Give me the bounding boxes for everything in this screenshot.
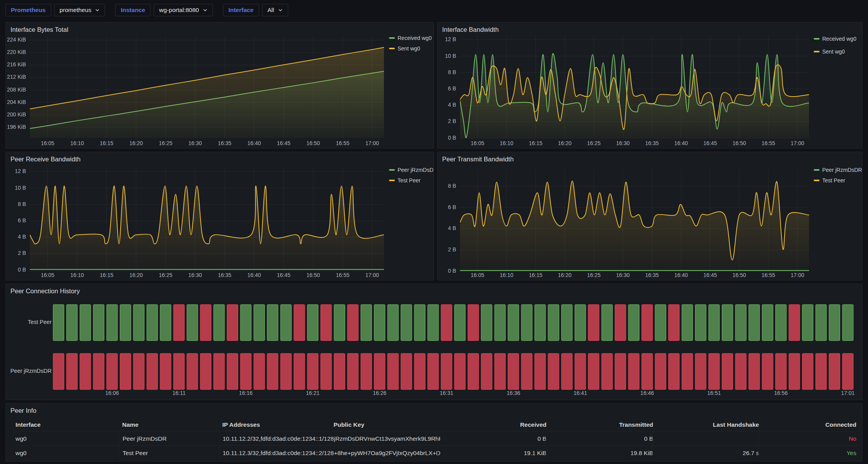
- legend-swatch: [814, 51, 820, 52]
- legend-item-test-peer[interactable]: Test Peer: [814, 177, 845, 184]
- column-header-public-key[interactable]: Public Key: [334, 418, 440, 431]
- x-axis-tick-label: 16:06: [105, 390, 119, 396]
- cell-connected: No: [758, 431, 859, 445]
- status-row-label: Test Peer: [28, 319, 52, 325]
- status-bar-disconnected: [428, 353, 439, 390]
- legend-item-received-wg0[interactable]: Received wg0: [814, 36, 856, 42]
- y-axis-tick-label: 2 B: [18, 250, 26, 256]
- variable-label-instance: Instance: [115, 4, 150, 16]
- x-axis-tick-label: 16:50: [732, 272, 746, 278]
- panel-title[interactable]: Peer Receive Bandwidth: [10, 156, 81, 163]
- status-bar-disconnected: [508, 353, 519, 390]
- x-axis-tick-label: 16:35: [218, 140, 232, 146]
- x-axis-tick-label: 16:55: [761, 140, 775, 146]
- x-axis-tick-label: 16:50: [732, 140, 746, 146]
- peer-info-table: InterfaceNameIP AddressesPublic KeyRecei…: [6, 418, 862, 460]
- status-bar-disconnected: [53, 353, 64, 390]
- legend-swatch: [814, 38, 820, 40]
- status-bar-disconnected: [776, 353, 787, 390]
- legend: Received wg0Sent wg0: [389, 35, 432, 52]
- cell-public-key: jRzmDsDRVnwCt13vsyamXherk9L9RhRc: [330, 431, 440, 445]
- legend-item-test-peer[interactable]: Test Peer: [389, 177, 420, 184]
- variable-value-text: All: [268, 7, 274, 14]
- x-axis-tick-label: 16:30: [188, 140, 202, 146]
- status-row-test-peer: Test Peer: [28, 319, 52, 325]
- variable-value-instance[interactable]: wg-portal:8080: [154, 4, 213, 16]
- status-bar-disconnected: [307, 353, 318, 390]
- chart-canvas: Test PeerPeer jRzmDsDR16:0616:1116:1616:…: [6, 284, 862, 400]
- status-bar-connected: [829, 305, 840, 341]
- panel-title[interactable]: Peer Info: [10, 407, 36, 414]
- x-axis-tick-label: 17:00: [790, 140, 804, 146]
- cell-transmitted: 19.8 KiB: [546, 445, 655, 460]
- legend-swatch: [814, 169, 820, 171]
- y-axis-tick-label: 196 KiB: [7, 124, 26, 130]
- x-axis-tick-label: 16:30: [188, 272, 202, 278]
- x-axis-tick-label: 16:25: [587, 140, 600, 146]
- status-bar-disconnected: [455, 353, 465, 390]
- legend: Received wg0Sent wg0: [814, 36, 856, 55]
- cell-ip-addresses: 10.11.12.2/32,fdfd:d3ad:c0de:1234::1/128: [219, 431, 334, 445]
- status-bar-disconnected: [200, 353, 211, 390]
- legend-item-sent-wg0[interactable]: Sent wg0: [814, 48, 845, 55]
- status-bar-connected: [682, 305, 693, 341]
- y-axis-tick-label: 224 KiB: [7, 36, 26, 43]
- legend-item-received-wg0[interactable]: Received wg0: [389, 35, 432, 41]
- status-bar-disconnected: [294, 305, 305, 341]
- status-bar-disconnected: [642, 353, 653, 390]
- status-bar-disconnected: [481, 353, 492, 390]
- column-header-interface[interactable]: Interface: [16, 418, 122, 431]
- variable-instance: Instance wg-portal:8080: [115, 4, 213, 16]
- panel-title[interactable]: Interface Bandwidth: [442, 26, 499, 33]
- status-bar-disconnected: [802, 353, 813, 390]
- x-axis-tick-label: 16:51: [707, 390, 721, 396]
- status-bar-disconnected: [588, 305, 599, 341]
- legend-item-peer-jrzmdsdr[interactable]: Peer jRzmDsDR: [389, 167, 434, 173]
- legend-label: Test Peer: [822, 177, 845, 184]
- status-bar-disconnected: [842, 353, 853, 390]
- x-axis-tick-label: 16:05: [470, 272, 484, 278]
- status-bar-disconnected: [93, 353, 104, 390]
- y-axis-tick-label: 4 B: [448, 225, 456, 231]
- column-header-ip-addresses[interactable]: IP Addresses: [222, 418, 334, 431]
- y-axis-tick-label: 10 B: [445, 53, 456, 59]
- legend-item-sent-wg0[interactable]: Sent wg0: [389, 45, 420, 52]
- cell-last-handshake: [652, 431, 761, 445]
- panel-title[interactable]: Interface Bytes Total: [10, 26, 68, 33]
- x-axis-tick-label: 16:15: [529, 140, 542, 146]
- status-bar-disconnected: [521, 353, 532, 390]
- cell-received: 0 B: [437, 431, 549, 445]
- status-bar-connected: [508, 305, 519, 341]
- x-axis-tick-label: 16:20: [129, 272, 143, 278]
- status-bar-disconnected: [240, 353, 251, 390]
- status-bar-connected: [455, 305, 465, 341]
- y-axis-tick-label: 4 B: [18, 234, 26, 240]
- x-axis-tick-label: 16:21: [306, 390, 320, 396]
- x-axis-tick-label: 16:30: [616, 272, 629, 278]
- status-bar-connected: [709, 305, 719, 341]
- column-header-connected[interactable]: Connected: [761, 418, 859, 431]
- status-bar-connected: [735, 305, 746, 341]
- panel-peer-connection-history: Peer Connection History Test PeerPeer jR…: [5, 284, 863, 400]
- status-bar-connected: [521, 305, 532, 341]
- x-axis-tick-label: 16:55: [336, 140, 349, 146]
- column-header-name[interactable]: Name: [122, 418, 222, 431]
- variable-value-prometheus[interactable]: prometheus: [54, 4, 105, 16]
- status-bar-disconnected: [173, 353, 184, 390]
- status-bar-disconnected: [615, 353, 626, 390]
- status-bar-connected: [214, 305, 225, 341]
- variable-value-interface[interactable]: All: [262, 4, 288, 16]
- x-axis-tick-label: 16:30: [616, 140, 629, 146]
- x-axis-tick-label: 16:05: [41, 140, 54, 146]
- panel-title[interactable]: Peer Connection History: [10, 287, 80, 295]
- status-bar-disconnected: [173, 305, 184, 341]
- status-bar-connected: [401, 305, 412, 341]
- cell-public-key: +8he+pyWH7Oa9g2FVjIxQzy04brLX+D: [330, 445, 440, 460]
- column-header-received[interactable]: Received: [440, 418, 549, 431]
- column-header-last-handshake[interactable]: Last Handshake: [655, 418, 761, 431]
- legend-item-peer-jrzmdsdr[interactable]: Peer jRzmDsDR: [814, 167, 862, 173]
- status-bar-connected: [267, 305, 278, 341]
- status-bar-disconnected: [334, 353, 345, 390]
- column-header-transmitted[interactable]: Transmitted: [549, 418, 655, 431]
- panel-title[interactable]: Peer Transmit Bandwidth: [442, 156, 514, 163]
